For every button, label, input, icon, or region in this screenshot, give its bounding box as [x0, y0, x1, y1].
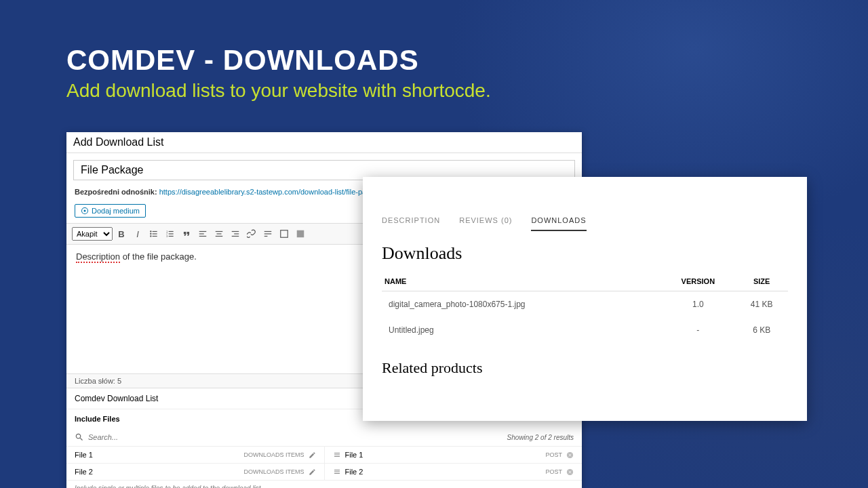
svg-text:3: 3 [166, 235, 167, 238]
svg-point-5 [150, 235, 151, 237]
downloads-table: NAME VERSION SIZE digital_camera_photo-1… [382, 272, 788, 343]
svg-rect-8 [169, 233, 174, 234]
svg-rect-6 [153, 236, 157, 237]
col-version: VERSION [660, 272, 735, 291]
file-search-row: Showing 2 of 2 results [66, 428, 582, 447]
svg-rect-25 [281, 230, 288, 238]
svg-rect-22 [264, 231, 272, 232]
editor-text-rest: of the file package. [120, 251, 197, 262]
permalink-label: Bezpośredni odnośnik: [75, 188, 157, 196]
editor-text-underlined: Description [76, 251, 120, 263]
selected-file-row[interactable]: File 1POST [325, 447, 583, 464]
more-button[interactable] [260, 226, 275, 241]
col-name: NAME [382, 272, 660, 291]
file-cat: DOWNLOADS ITEMS [243, 451, 304, 458]
remove-icon[interactable] [566, 468, 574, 476]
promo-subtitle: Add download lists to your website with … [66, 80, 491, 102]
svg-rect-4 [153, 233, 157, 234]
svg-rect-24 [264, 236, 268, 237]
add-media-label: Dodaj medium [92, 207, 140, 215]
add-media-button[interactable]: Dodaj medium [75, 204, 146, 218]
svg-rect-14 [199, 233, 204, 234]
align-right-button[interactable] [228, 226, 243, 241]
quote-button[interactable] [179, 226, 194, 241]
svg-rect-26 [297, 230, 304, 238]
file-version: 1.0 [660, 291, 735, 318]
bullet-list-button[interactable] [146, 226, 161, 241]
svg-rect-18 [216, 236, 223, 237]
file-type: POST [545, 468, 562, 475]
frontend-panel: DESCRIPTIONREVIEWS (0)DOWNLOADS Download… [363, 177, 807, 421]
promo-title: COMDEV - DOWNLOADS [66, 44, 419, 77]
svg-rect-16 [216, 231, 223, 232]
selected-file-row[interactable]: File 2POST [325, 464, 583, 481]
svg-rect-28 [334, 455, 340, 455]
product-tabs: DESCRIPTIONREVIEWS (0)DOWNLOADS [382, 216, 788, 231]
download-row[interactable]: digital_camera_photo-1080x675-1.jpg1.041… [382, 291, 788, 318]
svg-rect-29 [334, 456, 340, 457]
file-size: 41 KB [735, 291, 788, 318]
remove-icon[interactable] [566, 451, 574, 459]
file-name: File 1 [345, 451, 363, 459]
svg-rect-19 [232, 231, 239, 232]
drag-handle-icon[interactable] [333, 468, 341, 476]
available-file-row[interactable]: File 2DOWNLOADS ITEMS [66, 464, 324, 481]
include-files-help: Include single or multiple files to be a… [66, 481, 582, 488]
svg-rect-2 [153, 231, 157, 232]
svg-rect-33 [334, 473, 340, 474]
file-name: File 2 [345, 468, 363, 476]
search-icon [75, 432, 84, 442]
tab-reviews[interactable]: REVIEWS (0) [459, 216, 512, 231]
svg-rect-13 [199, 231, 207, 232]
drag-handle-icon[interactable] [333, 451, 341, 459]
edit-icon[interactable] [309, 451, 316, 459]
svg-rect-9 [169, 236, 174, 237]
align-center-button[interactable] [212, 226, 226, 241]
file-name: File 1 [75, 451, 93, 459]
file-version: - [660, 317, 735, 343]
permalink-url[interactable]: https://disagreeablelibrary.s2-tastewp.c… [159, 188, 389, 196]
svg-rect-17 [217, 233, 222, 234]
svg-rect-15 [199, 236, 207, 237]
svg-rect-27 [334, 453, 340, 453]
tab-downloads[interactable]: DOWNLOADS [531, 216, 586, 231]
svg-point-1 [150, 230, 151, 232]
media-icon [81, 207, 89, 215]
col-size: SIZE [735, 272, 788, 291]
file-name: File 2 [75, 468, 93, 476]
svg-rect-32 [334, 472, 340, 472]
fullscreen-button[interactable] [277, 226, 292, 241]
file-search-input[interactable] [88, 433, 507, 441]
italic-button[interactable]: I [130, 226, 145, 241]
svg-rect-20 [234, 233, 239, 234]
toolbar-toggle-button[interactable] [293, 226, 308, 241]
svg-rect-31 [334, 470, 340, 470]
file-name: digital_camera_photo-1080x675-1.jpg [382, 291, 660, 318]
align-left-button[interactable] [195, 226, 210, 241]
bold-button[interactable]: B [114, 226, 129, 241]
related-products-heading: Related products [382, 359, 788, 377]
svg-rect-7 [169, 231, 174, 232]
file-size: 6 KB [735, 317, 788, 343]
edit-icon[interactable] [309, 468, 316, 476]
file-cat: DOWNLOADS ITEMS [243, 468, 304, 475]
downloads-heading: Downloads [382, 243, 788, 264]
available-file-row[interactable]: File 1DOWNLOADS ITEMS [66, 447, 324, 464]
svg-point-0 [84, 210, 86, 212]
tab-description[interactable]: DESCRIPTION [382, 216, 440, 231]
search-results-count: Showing 2 of 2 results [507, 434, 574, 441]
download-row[interactable]: Untitled.jpeg-6 KB [382, 317, 788, 343]
svg-rect-23 [264, 233, 272, 234]
file-name: Untitled.jpeg [382, 317, 660, 343]
page-title: Add Download List [66, 132, 582, 153]
format-select[interactable]: Akapit [72, 227, 113, 241]
link-button[interactable] [244, 226, 259, 241]
svg-rect-21 [232, 236, 239, 237]
file-type: POST [545, 451, 562, 458]
numbered-list-button[interactable]: 123 [163, 226, 178, 241]
svg-point-3 [150, 233, 151, 235]
